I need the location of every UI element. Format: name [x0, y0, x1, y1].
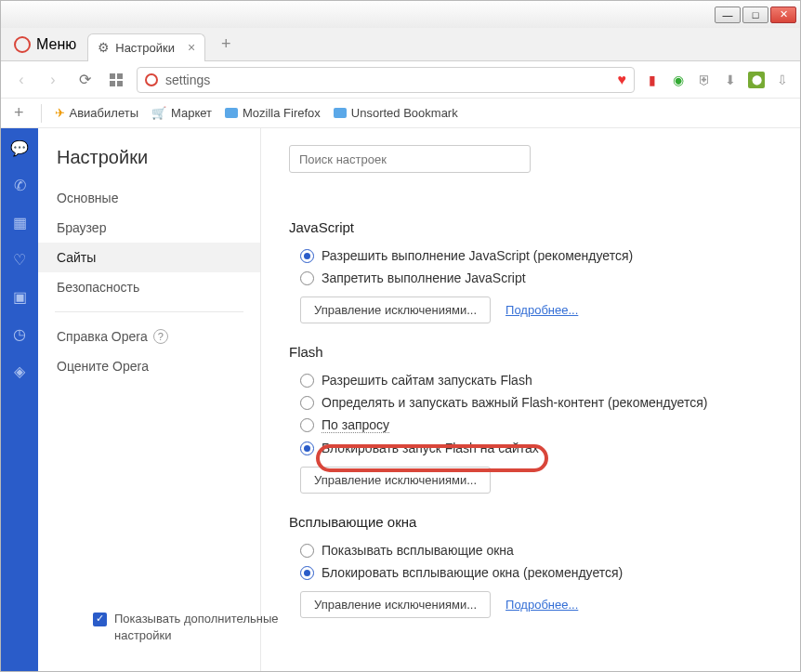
whatsapp-icon[interactable]: ✆ — [9, 175, 30, 195]
forward-button[interactable]: › — [42, 69, 64, 91]
flash-detect-radio[interactable]: Определять и запускать важный Flash-конт… — [300, 395, 772, 410]
grid-icon[interactable]: ▦ — [9, 212, 30, 232]
tab-close-icon[interactable]: × — [188, 40, 195, 55]
settings-content: JavaScript Разрешить выполнение JavaScri… — [261, 128, 800, 671]
speed-dial-button[interactable] — [105, 69, 127, 91]
opera-logo-icon — [14, 36, 31, 53]
radio-icon — [300, 544, 314, 558]
nav-separator — [55, 311, 243, 312]
shield-icon[interactable]: ⛨ — [696, 72, 713, 88]
new-tab-button[interactable]: + — [215, 33, 237, 56]
address-text: settings — [165, 72, 611, 87]
tab-title: Настройки — [115, 41, 175, 55]
cart-icon: 🛒 — [151, 106, 166, 120]
radio-icon — [300, 566, 314, 580]
bookmark-aviabilet[interactable]: ✈Авиабилеты — [55, 106, 138, 120]
maximize-button[interactable]: □ — [742, 7, 768, 23]
flash-ondemand-radio[interactable]: По запросу — [300, 417, 772, 433]
nav-basic[interactable]: Основные — [38, 183, 260, 213]
radio-icon — [300, 418, 314, 432]
js-deny-radio[interactable]: Запретить выполнение JavaScript — [300, 270, 772, 285]
radio-icon — [300, 396, 314, 410]
radio-icon — [300, 249, 314, 263]
page-title: Настройки — [38, 147, 260, 183]
ext-icon-2[interactable]: ◉ — [670, 72, 687, 88]
js-more-link[interactable]: Подробнее... — [506, 303, 578, 317]
bookmark-mozilla[interactable]: Mozilla Firefox — [225, 106, 321, 120]
news-icon[interactable]: ▣ — [9, 286, 30, 307]
main-area: 💬 ✆ ▦ ♡ ▣ ◷ ◈ Настройки Основные Браузер… — [1, 128, 800, 671]
address-input[interactable]: settings ♥ — [137, 67, 635, 93]
extension-icons: ▮ ◉ ⛨ ⬇ ⬤ ⇩ — [644, 72, 791, 88]
plane-icon: ✈ — [55, 106, 65, 120]
settings-nav: Настройки Основные Браузер Сайты Безопас… — [38, 128, 261, 671]
tab-strip: Меню ⚙ Настройки × + — [1, 28, 800, 61]
sidebar-strip: 💬 ✆ ▦ ♡ ▣ ◷ ◈ — [1, 128, 38, 671]
checkbox-icon: ✓ — [93, 613, 107, 626]
nav-help[interactable]: Справка Opera? — [38, 322, 260, 351]
opera-page-icon — [145, 73, 158, 86]
popup-show-radio[interactable]: Показывать всплывающие окна — [300, 543, 772, 558]
heart-icon[interactable]: ♥ — [618, 72, 627, 88]
reload-button[interactable]: ⟳ — [73, 69, 96, 91]
search-input[interactable] — [289, 145, 531, 173]
add-bookmark-button[interactable]: + — [10, 103, 28, 123]
nav-rate[interactable]: Оцените Opera — [38, 351, 260, 381]
download-icon[interactable]: ⬇ — [722, 72, 739, 88]
popup-heading: Всплывающие окна — [289, 514, 772, 530]
separator — [41, 104, 42, 123]
radio-icon — [300, 441, 314, 455]
nav-sites[interactable]: Сайты — [38, 243, 260, 272]
popup-more-link[interactable]: Подробнее... — [506, 598, 578, 612]
bookmark-market[interactable]: 🛒Маркет — [151, 106, 212, 120]
address-bar: ‹ › ⟳ settings ♥ ▮ ◉ ⛨ ⬇ ⬤ ⇩ — [1, 61, 800, 99]
messenger-icon[interactable]: 💬 — [9, 138, 30, 158]
bookmark-unsorted[interactable]: Unsorted Bookmark — [334, 106, 458, 120]
ext-icon-android[interactable]: ⬤ — [748, 72, 765, 88]
gear-icon: ⚙ — [98, 40, 110, 55]
browser-frame: Меню ⚙ Настройки × + ‹ › ⟳ settings ♥ ▮ … — [0, 28, 801, 672]
folder-icon — [225, 108, 238, 118]
opera-menu-button[interactable]: Меню — [7, 33, 84, 57]
popup-exceptions-button[interactable]: Управление исключениями... — [300, 591, 491, 618]
js-exceptions-button[interactable]: Управление исключениями... — [300, 296, 491, 323]
js-allow-radio[interactable]: Разрешить выполнение JavaScript (рекомен… — [300, 248, 772, 263]
cube-icon[interactable]: ◈ — [9, 361, 30, 381]
tab-settings[interactable]: ⚙ Настройки × — [87, 33, 205, 61]
back-button[interactable]: ‹ — [10, 69, 33, 91]
history-icon[interactable]: ◷ — [9, 323, 30, 344]
bookmarks-bar: + ✈Авиабилеты 🛒Маркет Mozilla Firefox Un… — [1, 99, 800, 128]
ext-icon-1[interactable]: ▮ — [644, 72, 661, 88]
flash-block-radio[interactable]: Блокировать запуск Flash на сайтах — [300, 441, 772, 455]
folder-icon — [334, 108, 347, 118]
radio-icon — [300, 271, 314, 285]
menu-label: Меню — [36, 36, 76, 53]
share-icon[interactable]: ⇩ — [774, 72, 791, 88]
minimize-button[interactable]: — — [715, 7, 741, 23]
heart-sidebar-icon[interactable]: ♡ — [9, 249, 30, 270]
flash-heading: Flash — [289, 344, 772, 360]
advanced-settings-checkbox[interactable]: ✓ Показывать дополнительные настройки — [93, 611, 279, 644]
help-icon: ? — [153, 329, 168, 344]
js-heading: JavaScript — [289, 219, 772, 235]
flash-allow-radio[interactable]: Разрешить сайтам запускать Flash — [300, 373, 772, 388]
nav-security[interactable]: Безопасность — [38, 272, 260, 302]
radio-icon — [300, 374, 314, 388]
nav-browser[interactable]: Браузер — [38, 213, 260, 243]
flash-exceptions-button[interactable]: Управление исключениями... — [300, 467, 491, 494]
popup-block-radio[interactable]: Блокировать всплывающие окна (рекомендуе… — [300, 565, 772, 580]
close-button[interactable]: ✕ — [770, 7, 796, 23]
window-titlebar: — □ ✕ — [0, 0, 801, 28]
